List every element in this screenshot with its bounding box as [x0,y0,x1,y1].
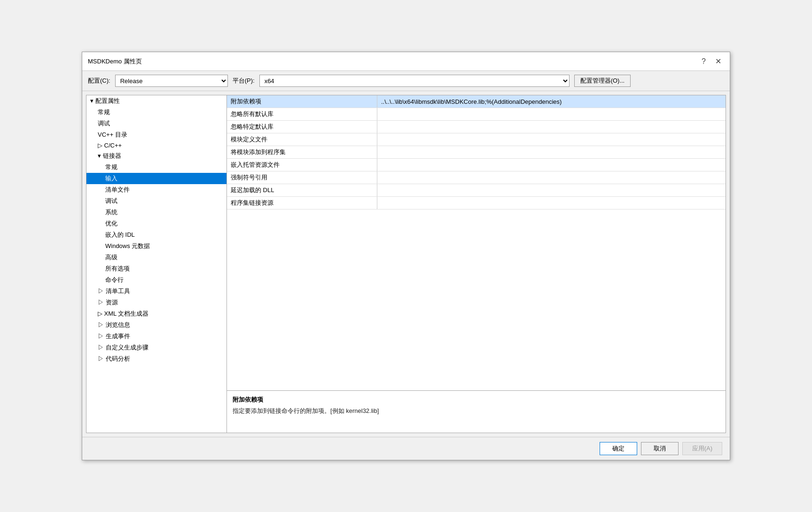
props-key-qianrutuguan: 嵌入托管资源文件 [227,159,377,171]
description-box: 附加依赖项 指定要添加到链接命令行的附加项。[例如 kernel32.lib] [227,390,726,433]
props-key-huluezhiding: 忽略特定默认库 [227,121,377,133]
props-val-mokuaidingyi [377,133,726,146]
tree-item-vcpp[interactable]: VC++ 目录 [86,129,226,140]
dialog-title: MSDKDemo 属性页 [88,57,142,66]
cancel-button[interactable]: 取消 [641,442,679,455]
close-button[interactable]: ✕ [712,56,724,67]
props-row-jiatijia[interactable]: 将模块添加到程序集 [227,146,726,159]
tree-item-liulan[interactable]: ▷ 浏览信息 [86,319,226,331]
props-val-qianrutuguan [377,159,726,171]
tree-panel: ▾ 配置属性常规调试VC++ 目录▷ C/C++▾ 链接器常规输入清单文件调试系… [86,95,227,433]
props-row-qiangzhifuhao[interactable]: 强制符号引用 [227,171,726,184]
props-row-mokuaidingyi[interactable]: 模块定义文件 [227,133,726,146]
platform-select[interactable]: x64 [259,75,570,87]
props-panel: 附加依赖项..\..\..\lib\x64\libmsdk\lib\MSDKCo… [227,95,726,433]
config-label: 配置(C): [88,77,110,85]
tree-item-changgui[interactable]: 常规 [86,107,226,118]
toolbar: 配置(C): Release 平台(P): x64 配置管理器(O)... [82,71,730,91]
props-row-huluesuoyou[interactable]: 忽略所有默认库 [227,108,726,121]
props-row-yanchijiazai[interactable]: 延迟加载的 DLL [227,184,726,197]
desc-text: 指定要添加到链接命令行的附加项。[例如 kernel32.lib] [233,407,720,415]
props-row-huluezhiding[interactable]: 忽略特定默认库 [227,121,726,133]
tree-item-xml_wj[interactable]: ▷ XML 文档生成器 [86,308,226,319]
props-key-huluesuoyou: 忽略所有默认库 [227,108,377,120]
props-val-chengxujilianjie [377,197,726,209]
props-key-yanchijiazai: 延迟加载的 DLL [227,184,377,196]
desc-title: 附加依赖项 [233,396,720,404]
props-row-fujiayilaiqx[interactable]: 附加依赖项..\..\..\lib\x64\libmsdk\lib\MSDKCo… [227,95,726,108]
props-key-jiatijia: 将模块添加到程序集 [227,146,377,158]
help-button[interactable]: ? [699,56,709,67]
tree-item-lj_youhua[interactable]: 优化 [86,218,226,229]
main-content: ▾ 配置属性常规调试VC++ 目录▷ C/C++▾ 链接器常规输入清单文件调试系… [82,91,730,437]
config-manager-button[interactable]: 配置管理器(O)... [574,75,631,87]
props-val-fujiayilaiqx: ..\..\..\lib\x64\libmsdk\lib\MSDKCore.li… [377,95,726,108]
props-key-chengxujilianjie: 程序集链接资源 [227,197,377,209]
props-val-qiangzhifuhao [377,171,726,184]
apply-button[interactable]: 应用(A) [682,442,722,455]
footer: 确定 取消 应用(A) [82,437,730,460]
props-key-fujiayilaiqx: 附加依赖项 [227,95,377,108]
tree-item-lj_mingling[interactable]: 命令行 [86,274,226,286]
props-val-huluesuoyou [377,108,726,120]
props-row-chengxujilianjie[interactable]: 程序集链接资源 [227,197,726,209]
tree-item-peizhi[interactable]: ▾ 配置属性 [86,95,226,107]
props-val-yanchijiazai [377,184,726,196]
platform-label: 平台(P): [233,77,255,85]
tree-item-lj_tiaoshi[interactable]: 调试 [86,195,226,207]
tree-item-lj_qianru[interactable]: 嵌入的 IDL [86,229,226,240]
config-select[interactable]: Release [115,75,228,87]
tree-item-lj_shuru[interactable]: 输入 [86,173,226,184]
tree-item-qingdan_gj[interactable]: ▷ 清单工具 [86,286,226,297]
tree-item-lj_windows[interactable]: Windows 元数据 [86,240,226,252]
tree-item-lj_suoyou[interactable]: 所有选项 [86,263,226,274]
title-buttons: ? ✕ [699,56,724,67]
confirm-button[interactable]: 确定 [600,442,637,455]
props-key-mokuaidingyi: 模块定义文件 [227,133,377,146]
tree-item-shengcheng[interactable]: ▷ 生成事件 [86,331,226,342]
tree-item-daima[interactable]: ▷ 代码分析 [86,353,226,365]
props-table: 附加依赖项..\..\..\lib\x64\libmsdk\lib\MSDKCo… [227,95,726,390]
props-val-huluezhiding [377,121,726,133]
tree-item-tiaoshi1[interactable]: 调试 [86,118,226,129]
tree-item-cpp[interactable]: ▷ C/C++ [86,140,226,150]
props-key-qiangzhifuhao: 强制符号引用 [227,171,377,184]
tree-item-lianjieqi[interactable]: ▾ 链接器 [86,150,226,162]
dialog: MSDKDemo 属性页 ? ✕ 配置(C): Release 平台(P): x… [82,52,730,460]
tree-item-lj_qingdan[interactable]: 清单文件 [86,184,226,195]
props-row-qianrutuguan[interactable]: 嵌入托管资源文件 [227,159,726,171]
tree-item-ziyuan[interactable]: ▷ 资源 [86,297,226,308]
tree-item-lj_xitong[interactable]: 系统 [86,207,226,218]
title-bar: MSDKDemo 属性页 ? ✕ [82,52,730,71]
tree-item-lj_changgui[interactable]: 常规 [86,162,226,173]
tree-item-zidingyi[interactable]: ▷ 自定义生成步骤 [86,342,226,353]
tree-item-lj_gaoji[interactable]: 高级 [86,252,226,263]
props-val-jiatijia [377,146,726,158]
